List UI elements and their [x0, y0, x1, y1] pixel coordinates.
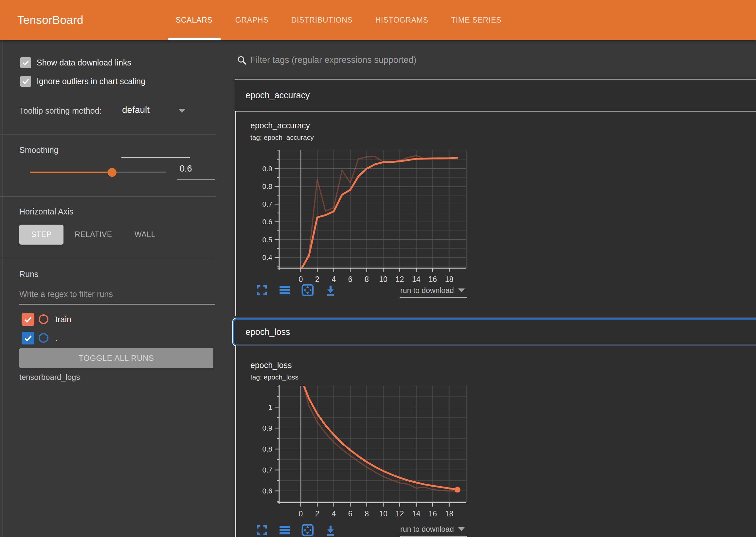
- checkmark-icon: [23, 315, 33, 324]
- chart-toolbar: [255, 523, 338, 537]
- smoothing-value-underline: [177, 180, 215, 180]
- chevron-down-icon: [458, 288, 465, 292]
- section-header-epoch-accuracy[interactable]: epoch_accuracy: [235, 80, 756, 111]
- nav-tabs: SCALARS GRAPHS DISTRIBUTIONS HISTOGRAMS …: [168, 0, 516, 40]
- smoothing-label: Smoothing: [19, 145, 58, 155]
- svg-text:0.6: 0.6: [262, 487, 272, 495]
- section-content-epoch-loss: epoch_loss tag: epoch_loss 0.60.70.80.91…: [235, 345, 756, 537]
- svg-text:4: 4: [331, 275, 336, 284]
- section-title: epoch_loss: [246, 327, 290, 337]
- data-table-icon[interactable]: [278, 283, 292, 297]
- tag-filter-input[interactable]: [250, 52, 708, 67]
- svg-text:6: 6: [348, 510, 353, 518]
- run-to-download-label: run to download: [400, 286, 454, 295]
- logdir-label: tensorboard_logs: [19, 373, 80, 382]
- show-data-download-links-label: Show data download links: [37, 58, 131, 67]
- run-to-download-select[interactable]: run to download: [400, 284, 467, 298]
- tab-time-series[interactable]: TIME SERIES: [443, 0, 510, 40]
- download-icon[interactable]: [323, 283, 338, 297]
- svg-text:14: 14: [412, 275, 421, 284]
- run-to-download-label: run to download: [400, 525, 454, 534]
- svg-text:0.9: 0.9: [262, 424, 272, 432]
- tooltip-sorting-select[interactable]: default: [122, 105, 150, 115]
- axis-step-button[interactable]: STEP: [19, 225, 63, 245]
- chart-tag: tag: epoch_accuracy: [250, 134, 314, 142]
- epoch-accuracy-chart[interactable]: 0.40.50.60.70.80.9024681012141618: [259, 145, 472, 285]
- download-icon[interactable]: [323, 523, 338, 537]
- expand-icon[interactable]: [255, 283, 269, 297]
- checkmark-icon: [21, 59, 30, 67]
- divider: [0, 259, 216, 259]
- run-dot-checkbox[interactable]: [21, 332, 34, 345]
- smoothing-slider-fill: [30, 172, 112, 173]
- svg-text:0: 0: [299, 275, 303, 284]
- run-dot-label: .: [55, 333, 57, 343]
- tab-distributions[interactable]: DISTRIBUTIONS: [284, 0, 361, 40]
- tab-scalars[interactable]: SCALARS: [168, 0, 221, 40]
- svg-text:12: 12: [396, 510, 404, 518]
- svg-text:1: 1: [268, 403, 272, 411]
- show-data-download-links-checkbox[interactable]: [20, 57, 31, 68]
- runs-label: Runs: [19, 269, 38, 279]
- toggle-all-runs-button[interactable]: TOGGLE ALL RUNS: [19, 348, 213, 368]
- svg-text:0.8: 0.8: [262, 445, 272, 453]
- section-title: epoch_accuracy: [246, 90, 310, 101]
- svg-text:10: 10: [379, 510, 388, 518]
- runs-filter-underline: [19, 304, 215, 305]
- axis-wall-button[interactable]: WALL: [125, 225, 165, 245]
- ignore-outliers-checkbox[interactable]: [20, 76, 31, 87]
- svg-text:12: 12: [396, 275, 404, 284]
- run-train-checkbox[interactable]: [21, 313, 34, 326]
- fit-domain-icon[interactable]: [300, 283, 315, 297]
- tab-histograms[interactable]: HISTOGRAMS: [367, 0, 436, 40]
- checkmark-icon: [21, 77, 30, 85]
- svg-text:18: 18: [445, 510, 454, 518]
- svg-text:16: 16: [429, 275, 437, 284]
- divider: [0, 134, 216, 135]
- chart-toolbar: [255, 283, 338, 297]
- svg-text:2: 2: [315, 510, 320, 518]
- epoch-loss-chart[interactable]: 0.60.70.80.91024681012141618: [259, 381, 472, 522]
- expand-icon[interactable]: [255, 523, 269, 537]
- data-table-icon[interactable]: [278, 523, 292, 537]
- ignore-outliers-label: Ignore outliers in chart scaling: [37, 77, 145, 86]
- divider: [0, 196, 216, 197]
- run-to-download-select[interactable]: run to download: [400, 522, 467, 537]
- main-content: epoch_accuracy epoch_accuracy tag: epoch…: [235, 40, 756, 537]
- tooltip-sorting-label: Tooltip sorting method:: [19, 106, 102, 116]
- svg-text:0.7: 0.7: [262, 200, 272, 208]
- run-train-label: train: [55, 315, 71, 324]
- chevron-down-icon: [458, 527, 465, 531]
- runs-filter-input[interactable]: [19, 289, 203, 299]
- smoothing-slider-thumb[interactable]: [108, 168, 117, 177]
- checkmark-icon: [23, 334, 33, 343]
- svg-text:6: 6: [348, 275, 353, 284]
- chart-tag: tag: epoch_loss: [250, 373, 298, 381]
- svg-text:4: 4: [331, 510, 336, 518]
- svg-text:0.9: 0.9: [262, 165, 272, 173]
- svg-text:2: 2: [315, 275, 320, 284]
- fit-domain-icon[interactable]: [300, 523, 315, 537]
- svg-text:8: 8: [364, 275, 369, 284]
- chart-title: epoch_loss: [250, 360, 292, 370]
- axis-relative-button[interactable]: RELATIVE: [70, 225, 117, 245]
- smoothing-value-input[interactable]: 0.6: [180, 164, 192, 174]
- svg-text:0.7: 0.7: [262, 466, 272, 474]
- tooltip-select-underline: [121, 157, 190, 158]
- search-icon: [237, 55, 247, 65]
- section-header-epoch-loss[interactable]: epoch_loss: [233, 318, 756, 346]
- section-content-epoch-accuracy: epoch_accuracy tag: epoch_accuracy 0.40.…: [235, 111, 756, 316]
- svg-text:0: 0: [299, 510, 303, 518]
- app-header: TensorBoard SCALARS GRAPHS DISTRIBUTIONS…: [0, 0, 756, 40]
- svg-text:0.5: 0.5: [262, 236, 272, 244]
- chart-title: epoch_accuracy: [250, 121, 310, 130]
- svg-text:10: 10: [379, 275, 388, 284]
- app-logo: TensorBoard: [17, 14, 84, 26]
- tab-graphs[interactable]: GRAPHS: [227, 0, 277, 40]
- svg-text:16: 16: [429, 510, 437, 518]
- tag-filter-row: [235, 49, 756, 71]
- chevron-down-icon[interactable]: [178, 109, 186, 113]
- run-dot-color-swatch[interactable]: [39, 333, 49, 343]
- run-train-color-swatch[interactable]: [39, 314, 49, 324]
- sidebar: Show data download links Ignore outliers…: [0, 40, 216, 537]
